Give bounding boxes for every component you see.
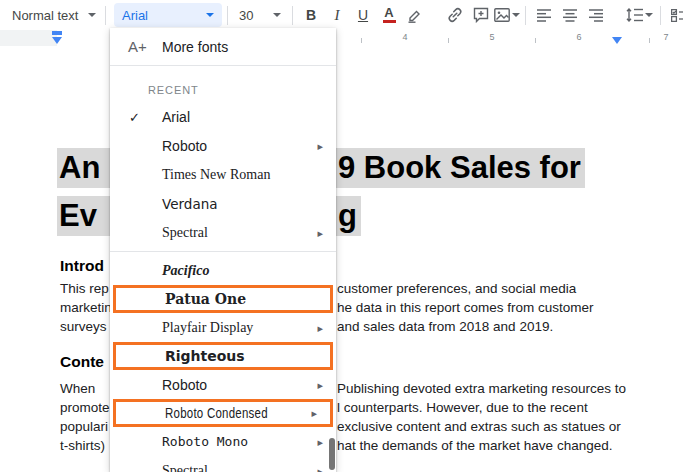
submenu-arrow-icon: ▸	[317, 321, 323, 334]
doc-text-fragment: Publishing devoted extra marketing resou…	[337, 381, 626, 396]
toolbar: Normal text Arial 30 B I U A	[0, 0, 683, 30]
doc-text-fragment: When	[60, 381, 95, 396]
font-menu-item-label: Roboto Mono	[162, 434, 248, 449]
toolbar-separator	[227, 6, 228, 25]
comment-add-icon	[473, 7, 489, 23]
font-menu-item-roboto-mono[interactable]: Roboto Mono ▸	[110, 427, 336, 456]
paragraph-style-selector[interactable]: Normal text	[8, 3, 100, 27]
text-color-button[interactable]: A	[376, 3, 402, 27]
left-indent-marker[interactable]	[52, 37, 62, 44]
doc-text-fragment: exclusive content and extras such as sta…	[337, 419, 621, 434]
font-menu-item-roboto-condensed[interactable]: Roboto Condensed ▸	[113, 399, 333, 427]
chevron-down-icon	[88, 13, 96, 17]
doc-text-fragment: This rep	[60, 281, 109, 296]
more-fonts-item[interactable]: A+ More fonts	[110, 28, 336, 66]
toolbar-separator	[292, 6, 293, 25]
toolbar-separator	[660, 6, 661, 25]
font-menu-item-patua-one[interactable]: Patua One	[113, 285, 333, 313]
paragraph-style-label: Normal text	[12, 8, 78, 23]
submenu-arrow-icon: ▸	[317, 464, 323, 472]
font-menu-item-label: Roboto	[162, 138, 207, 154]
menu-scrollbar[interactable]	[329, 438, 335, 470]
font-menu-item-label: Roboto	[162, 377, 207, 393]
underline-icon: U	[358, 7, 368, 23]
doc-text-fragment: hat the demands of the market have chang…	[337, 438, 612, 453]
bold-button[interactable]: B	[298, 3, 324, 27]
image-icon	[494, 8, 510, 22]
italic-button[interactable]: I	[324, 3, 350, 27]
submenu-arrow-icon: ▸	[317, 226, 323, 239]
doc-text-fragment: surveys	[60, 319, 107, 334]
doc-text-fragment: customer preferences, and social media	[337, 281, 576, 296]
checkmark-icon: ✓	[129, 109, 140, 124]
doc-text-fragment: l counterparts. However, due to the rece…	[337, 400, 588, 415]
align-center-button[interactable]	[557, 3, 583, 27]
doc-heading: Introd	[60, 257, 104, 275]
add-comment-button[interactable]	[468, 3, 494, 27]
font-size-selector[interactable]: 30	[233, 3, 287, 27]
doc-text-fragment: he data in this report comes from custom…	[337, 300, 594, 315]
font-selector[interactable]: Arial	[114, 3, 222, 27]
font-menu-item-label: Roboto Condensed	[165, 405, 268, 421]
font-menu-item-arial[interactable]: ✓ Arial	[110, 102, 336, 131]
submenu-arrow-icon: ▸	[317, 435, 323, 448]
font-menu-item-pacifico[interactable]: Pacifico	[110, 256, 336, 285]
chevron-down-icon	[512, 13, 520, 17]
doc-text-fragment: promote	[60, 400, 110, 415]
font-menu-item-playfair-display[interactable]: Playfair Display ▸	[110, 313, 336, 342]
font-menu-item-roboto[interactable]: Roboto ▸	[110, 131, 336, 160]
font-menu-item-roboto-2[interactable]: Roboto ▸	[110, 370, 336, 399]
font-menu-item-label: Patua One	[165, 291, 246, 307]
ruler-tick	[448, 38, 449, 43]
doc-title-fragment: 9 Book Sales for	[336, 148, 585, 188]
font-menu-item-label: Righteous	[165, 348, 245, 364]
first-line-indent-marker[interactable]	[52, 31, 62, 35]
ruler-margin-area	[0, 30, 57, 46]
more-fonts-icon: A+	[128, 38, 162, 55]
font-menu-item-spectral[interactable]: Spectral ▸	[110, 218, 336, 247]
font-menu-item-label: Pacifico	[162, 263, 209, 279]
ruler-number: 5	[486, 32, 498, 42]
insert-image-button[interactable]	[494, 3, 520, 27]
highlight-color-button[interactable]	[402, 3, 428, 27]
align-left-button[interactable]	[531, 3, 557, 27]
right-indent-marker[interactable]	[612, 37, 622, 44]
submenu-arrow-icon: ▸	[317, 139, 323, 152]
document-canvas[interactable]: An 9 Book Sales for Ev g Introd This rep…	[0, 46, 683, 472]
toolbar-separator	[525, 6, 526, 25]
font-menu-item-label: Spectral	[162, 463, 208, 472]
font-menu-item-label: Verdana	[162, 196, 217, 212]
ruler-tick	[649, 38, 650, 43]
underline-button[interactable]: U	[350, 3, 376, 27]
line-spacing-icon	[626, 8, 644, 22]
font-menu-item-times-new-roman[interactable]: Times New Roman	[110, 160, 336, 189]
font-menu-item-righteous[interactable]: Righteous	[113, 342, 333, 370]
font-size-value: 30	[239, 8, 253, 23]
submenu-arrow-icon: ▸	[317, 378, 323, 391]
font-menu-item-verdana[interactable]: Verdana	[110, 189, 336, 218]
checklist-icon	[671, 9, 683, 22]
insert-link-button[interactable]	[442, 3, 468, 27]
font-menu-item-spectral-2[interactable]: Spectral ▸	[110, 456, 336, 472]
font-menu-item-label: Playfair Display	[162, 320, 253, 336]
line-spacing-button[interactable]	[623, 3, 655, 27]
font-selector-label: Arial	[122, 8, 148, 23]
text-color-letter: A	[384, 7, 393, 19]
ruler-number: 4	[399, 32, 411, 42]
font-menu-item-label: Times New Roman	[162, 167, 270, 183]
align-center-icon	[562, 9, 578, 22]
font-menu-item-label: Spectral	[162, 225, 208, 241]
recent-section-label: RECENT	[110, 66, 336, 102]
chevron-down-icon	[273, 13, 281, 17]
align-right-button[interactable]	[583, 3, 609, 27]
checklist-button[interactable]	[666, 3, 683, 27]
chevron-down-icon	[645, 13, 653, 17]
doc-heading: Conte	[60, 353, 104, 371]
more-fonts-label: More fonts	[162, 39, 228, 55]
ruler-number: 7	[660, 32, 672, 42]
doc-title-fragment: g	[336, 196, 361, 236]
ruler-number: 6	[573, 32, 585, 42]
font-dropdown-menu: A+ More fonts RECENT ✓ Arial Roboto ▸ Ti…	[110, 28, 336, 472]
doc-text-fragment: and sales data from 2018 and 2019.	[337, 319, 553, 334]
ruler[interactable]: 4 5 6 7	[0, 30, 683, 47]
